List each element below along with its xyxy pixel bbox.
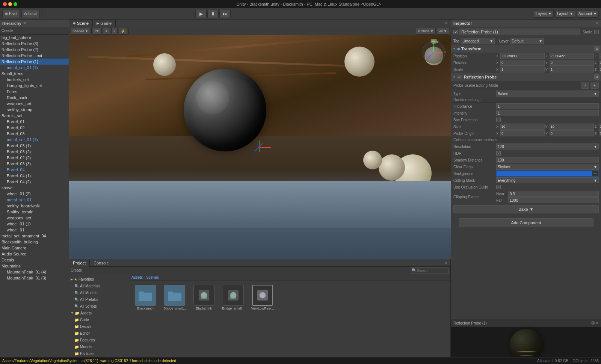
hierarchy-item[interactable]: MountainPeak_01 (4) xyxy=(0,269,69,275)
preview-color-swatch[interactable] xyxy=(591,321,595,325)
hierarchy-item[interactable]: Barrel_03 (3) xyxy=(0,161,69,167)
hierarchy-item[interactable]: weapons_set xyxy=(0,215,69,221)
file-bridge-folder[interactable]: Bridge_small... xyxy=(162,284,188,311)
hierarchy-item[interactable]: metal_set_01 xyxy=(0,197,69,203)
layout-dropdown[interactable]: Layout ▼ xyxy=(555,10,575,18)
close-btn[interactable] xyxy=(3,2,7,6)
hierarchy-item[interactable]: Barrel_04 (2) xyxy=(0,179,69,185)
hierarchy-item[interactable]: Barrels_set xyxy=(0,113,69,119)
hierarchy-item[interactable]: Reflection Probe (3) xyxy=(0,41,69,47)
hierarchy-item[interactable]: Barrel_04 (1) xyxy=(0,173,69,179)
project-search-input[interactable] xyxy=(417,269,447,272)
fx-toggle[interactable]: ⚡ xyxy=(119,28,127,35)
pos-x-input[interactable] xyxy=(500,53,545,59)
intensity-input[interactable] xyxy=(496,110,599,116)
hierarchy-item[interactable]: weapons_set xyxy=(0,101,69,107)
hierarchy-item[interactable]: Audio Source xyxy=(0,251,69,257)
pivot-toggle[interactable]: ⊕ Pivot xyxy=(2,10,20,18)
tab-project[interactable]: Project xyxy=(69,259,90,267)
background-color[interactable]: ✏ xyxy=(496,171,599,177)
near-input[interactable] xyxy=(508,191,599,197)
hdr-checkbox[interactable]: ✓ xyxy=(496,151,501,156)
file-bridge-scene[interactable]: Bridge_small... xyxy=(220,284,246,311)
lighting-toggle[interactable]: ☀ xyxy=(103,28,110,35)
window-controls[interactable] xyxy=(3,2,17,6)
hierarchy-item[interactable]: Mountains xyxy=(0,263,69,269)
pos-y-input[interactable] xyxy=(550,53,594,59)
rot-x-input[interactable] xyxy=(500,60,545,66)
all-models-item[interactable]: 🔍 All Models xyxy=(69,289,129,296)
particles-item[interactable]: 📁 Particles xyxy=(69,350,129,357)
favorites-section[interactable]: ▶ ★ Favorites xyxy=(69,276,129,282)
hierarchy-item[interactable]: Rock_pack xyxy=(0,95,69,101)
step-button[interactable]: ⏭ xyxy=(219,10,231,18)
hierarchy-item[interactable]: Hanging_lights_set xyxy=(0,83,69,89)
hierarchy-item[interactable]: Smithy_terrain xyxy=(0,209,69,215)
shading-dropdown[interactable]: Shaded ▼ xyxy=(71,28,90,35)
project-search[interactable]: 🔍 xyxy=(410,267,449,273)
all-materials-item[interactable]: 🔍 All Materials xyxy=(69,282,129,289)
probe-enabled-checkbox[interactable]: ✓ xyxy=(458,75,462,79)
hierarchy-item[interactable]: Reflection Probe (1) xyxy=(0,59,69,65)
scene-panel-close[interactable]: ✕ xyxy=(442,21,451,25)
decals-item[interactable]: 📁 Decals xyxy=(69,323,129,330)
hierarchy-item[interactable]: Barrel_02 (2) xyxy=(0,155,69,161)
editor-item[interactable]: 📁 Editor xyxy=(69,330,129,337)
shadow-distance-input[interactable] xyxy=(496,157,599,163)
hierarchy-create-btn[interactable]: Create xyxy=(2,29,13,33)
all-dropdown[interactable]: All ▼ xyxy=(437,28,449,35)
2d-toggle[interactable]: 2D xyxy=(93,28,102,35)
account-dropdown[interactable]: Account ▼ xyxy=(577,10,599,18)
features-item[interactable]: 📁 Features xyxy=(69,337,129,343)
hierarchy-item[interactable]: smithy_boardwalk xyxy=(0,203,69,209)
clear-flags-dropdown[interactable]: Skybox ▼ xyxy=(496,164,599,170)
tab-scene[interactable]: ⊕ Scene xyxy=(69,20,93,27)
origin-x-input[interactable] xyxy=(500,130,545,136)
scenes-breadcrumb[interactable]: Scenes xyxy=(146,275,159,279)
hierarchy-item[interactable]: metal_set_ornament_04 xyxy=(0,233,69,239)
importance-input[interactable] xyxy=(496,103,599,109)
all-scripts-item[interactable]: 🔍 All Scripts xyxy=(69,303,129,310)
hierarchy-item[interactable]: Ferns xyxy=(0,89,69,95)
object-active-checkbox[interactable]: ✓ xyxy=(453,30,458,34)
hierarchy-item[interactable]: Barrel_02 xyxy=(0,125,69,131)
code-item[interactable]: 📁 Code xyxy=(69,316,129,323)
minimize-btn[interactable] xyxy=(8,2,12,6)
probe-edit-btn2[interactable]: + xyxy=(590,82,599,89)
hierarchy-item[interactable]: wheel_01 (2) xyxy=(0,191,69,197)
hierarchy-item[interactable]: Reflection Probe (2) xyxy=(0,47,69,53)
transform-header[interactable]: ▼ ⊕ Transform ⚙ xyxy=(451,45,601,53)
hierarchy-item[interactable]: MountainPeak_01 (3) xyxy=(0,275,69,281)
hierarchy-item[interactable]: Small_trees xyxy=(0,71,69,77)
size-y-input[interactable] xyxy=(550,124,594,130)
project-create-btn[interactable]: Create xyxy=(71,268,82,272)
all-prefabs-item[interactable]: 🔍 All Prefabs xyxy=(69,296,129,303)
bake-button[interactable]: Bake ▼ xyxy=(453,205,599,213)
tab-console[interactable]: Console xyxy=(90,259,113,267)
pause-button[interactable]: ⏸ xyxy=(207,10,219,18)
scale-x-input[interactable] xyxy=(500,66,545,72)
scene-view[interactable]: X Y Z Persp xyxy=(69,35,451,259)
file-verylowres-scene[interactable]: VeryLowRes-... xyxy=(249,284,276,311)
hierarchy-close-icon[interactable]: ✕ xyxy=(23,21,26,25)
hierarchy-item[interactable]: Decals xyxy=(0,257,69,263)
occlusion-checkbox[interactable]: ✓ xyxy=(496,185,501,189)
hierarchy-item[interactable]: shovel xyxy=(0,185,69,191)
static-checkbox[interactable] xyxy=(594,30,599,34)
origin-y-input[interactable] xyxy=(550,130,594,136)
hierarchy-item[interactable]: Reflection Probe – ext xyxy=(0,53,69,59)
color-edit-icon[interactable]: ✏ xyxy=(592,171,598,176)
maximize-btn[interactable] xyxy=(14,2,17,6)
hierarchy-item[interactable]: buckets_set xyxy=(0,77,69,83)
add-component-button[interactable]: Add Component xyxy=(459,218,593,227)
hierarchy-item[interactable]: Barrel_03 (2) xyxy=(0,149,69,155)
reflection-probe-header[interactable]: ▼ ✓ Reflection Probe ⚙ xyxy=(451,73,601,81)
preview-close-icon[interactable]: ✕ xyxy=(596,321,599,325)
inspector-close-icon[interactable]: ✕ xyxy=(596,21,599,25)
assets-section[interactable]: ▼ 📁 Assets xyxy=(69,310,129,316)
probe-edit-btn1[interactable]: ↗ xyxy=(581,82,589,89)
pos-z-input[interactable] xyxy=(599,53,601,59)
hierarchy-item[interactable]: big_bad_sphere xyxy=(0,35,69,41)
scale-y-input[interactable] xyxy=(550,66,594,72)
scene-gizmo-widget[interactable]: X Y Z Persp xyxy=(421,39,447,65)
